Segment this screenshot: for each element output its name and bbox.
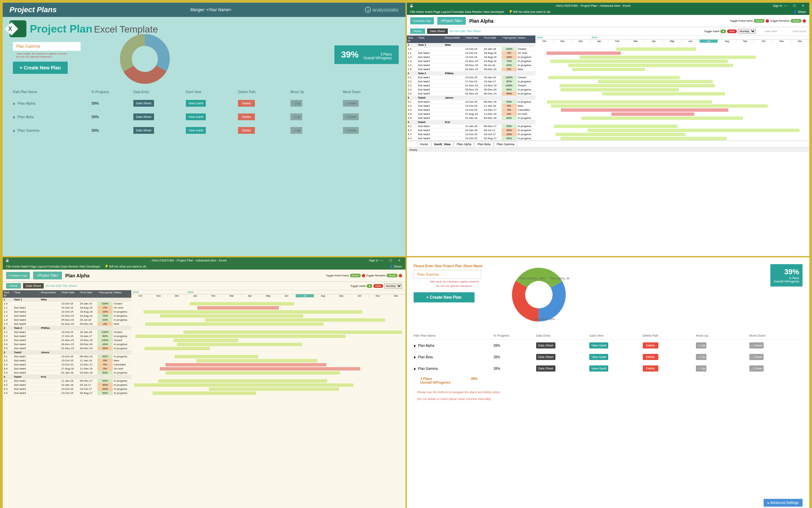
task-row[interactable]: 1 Task 1 Mike (3, 298, 131, 302)
task-row[interactable]: 4.1 Sub task1 11-Jan-16 06-Dec-17 50% In… (3, 379, 131, 383)
datasheet-button[interactable]: Data Sheet (133, 100, 154, 107)
move-up-button[interactable]: ↑ | Up (696, 342, 706, 348)
move-up-button[interactable]: ↑ | Up (290, 113, 302, 120)
save-icon[interactable]: 💾 (410, 4, 413, 7)
task-row[interactable]: 4.1 Sub task1 11-Jan-16 06-Dec-17 50% In… (407, 124, 535, 128)
delete-button[interactable]: Delete (643, 354, 658, 360)
tell-me[interactable]: 💡 Tell me what you want to do (508, 10, 550, 14)
ribbon-tab-review[interactable]: Review (68, 265, 78, 268)
task-row[interactable]: 2.1 Sub task1 13-Oct-15 16-Jan-16 100% C… (3, 330, 131, 334)
view-gantt-button[interactable]: View Gantt (186, 100, 206, 107)
show-remarks-button[interactable]: Show (387, 274, 397, 277)
task-row[interactable]: 4.2 Sub task2 22-Jan-16 04-Jul-17 30% In… (407, 128, 535, 132)
task-row[interactable]: 2.2 Sub task2 17-Oct-15 19-Jan-17 90% In… (407, 80, 535, 84)
show-remarks-button[interactable]: Show (791, 19, 802, 23)
task-row[interactable]: 3.4 Sub task4 27-Aug-16 11-Dec-16 0% On … (3, 367, 131, 371)
hide-button[interactable]: Hide (727, 29, 737, 33)
task-row[interactable]: 1.3 Sub task3 21-Nov-15 24-Aug-16 70% In… (3, 314, 131, 318)
task-row[interactable]: 2.5 Sub task5 01-Dec-15 06-Dec-19 48% In… (3, 346, 131, 351)
task-row[interactable]: 4 Task4 Kris (3, 375, 131, 379)
task-row[interactable]: 4.2 Sub task2 22-Jan-16 04-Jul-17 30% In… (3, 383, 131, 387)
ribbon-tab-file[interactable]: File (6, 265, 11, 268)
task-row[interactable]: 2.3 Sub task3 21-Nov-15 15-Nov-19 100% C… (407, 84, 535, 88)
view-gantt-button[interactable]: View Gantt (186, 113, 206, 120)
move-up-button[interactable]: ↑ | Up (290, 127, 302, 134)
sheet-tab-home[interactable]: Home (417, 142, 431, 147)
task-row[interactable]: 1.5 Sub task5 01-Dec-15 09-Dec-16 0% New (3, 322, 131, 326)
ribbon-tab-formulas[interactable]: Formulas (451, 10, 464, 14)
ribbon-tab-developer[interactable]: Developer (490, 10, 504, 14)
delete-button[interactable]: Delete (238, 113, 255, 120)
ribbon-tab-review[interactable]: Review (472, 10, 482, 14)
task-row[interactable]: 4 Task4 Kris (407, 120, 535, 124)
task-row[interactable]: 2.2 Sub task2 17-Oct-15 19-Jan-17 90% In… (3, 334, 131, 338)
nav-datasheet-button[interactable]: Data Sheet (427, 28, 448, 34)
ribbon-tab-view[interactable]: View (483, 10, 489, 14)
hide-button[interactable]: Hide (373, 284, 383, 288)
sheet-tab-plan-gamma[interactable]: Plan Gamma (493, 142, 518, 147)
task-row[interactable]: 2.4 Sub task4 26-Nov-15 26-Dec-20 66% In… (3, 342, 131, 346)
task-row[interactable]: 2 Task 2 PNRao (407, 71, 535, 76)
task-row[interactable]: 3 Task3 James (3, 351, 131, 355)
share-button[interactable]: 👤 Share (793, 10, 806, 14)
gantt-toggle[interactable]: ● (367, 284, 372, 288)
tell-me[interactable]: 💡 Tell me what you want to do (104, 265, 146, 268)
project-title[interactable]: <Project Title> (437, 17, 466, 25)
task-row[interactable]: 1.1 Sub task1 14-Oct-14 16-Aug-16 2% On … (407, 51, 535, 55)
task-row[interactable]: 3.2 Sub task2 13-Oct-15 11-Jan-16 0% New (407, 104, 535, 108)
signin-link[interactable]: Sign in (773, 4, 782, 7)
task-row[interactable]: 2.1 Sub task1 13-Oct-15 16-Jan-16 100% C… (407, 76, 535, 80)
gantt-toggle[interactable]: ● (720, 29, 726, 33)
task-row[interactable]: 3 Task3 James (407, 96, 535, 100)
move-down-button[interactable]: ↓ | Down (343, 100, 359, 107)
ribbon-tab-view[interactable]: View (79, 265, 85, 268)
task-row[interactable]: 2.5 Sub task5 01-Dec-15 06-Dec-19 48% In… (407, 92, 535, 96)
ribbon-tab-insert[interactable]: Insert (425, 10, 433, 14)
minimize-button[interactable]: — (378, 259, 385, 262)
task-row[interactable]: 1.2 Sub task2 13-Oct-15 18-Aug-18 10% In… (3, 310, 131, 314)
move-down-button[interactable]: ↓ | Down (749, 354, 764, 360)
save-icon[interactable]: 💾 (5, 259, 9, 262)
create-plan-button[interactable]: + Create New Plan (414, 292, 475, 302)
sheet-tab-plan-alpha[interactable]: Plan Alpha (454, 142, 474, 147)
task-row[interactable]: 1.2 Sub task2 13-Oct-15 18-Aug-18 10% In… (407, 55, 535, 59)
task-row[interactable]: 4.3 Sub task3 13-Oct-15 10-Oct-17 20% In… (407, 132, 535, 136)
task-row[interactable]: 1.0 13-Oct-15 24-Jan-16 100% Closed (407, 47, 535, 51)
task-row[interactable]: 4.4 Sub task4 13-Oct-15 02-Aug-17 50% In… (407, 136, 535, 141)
task-row[interactable]: 3.4 Sub task4 27-Aug-16 11-Dec-16 0% On … (407, 112, 535, 116)
task-row[interactable]: 1.0 13-Oct-15 24-Jan-16 100% Closed (3, 302, 131, 306)
move-up-button[interactable]: ↑ | Up (290, 100, 302, 107)
ribbon-tab-home[interactable]: Home (12, 265, 20, 268)
task-row[interactable]: 1.4 Sub task4 25-Nov-15 26-Jul-16 63% In… (407, 63, 535, 67)
task-row[interactable]: 1.4 Sub task4 25-Nov-15 26-Jul-16 63% In… (3, 318, 131, 322)
delete-button[interactable]: Delete (238, 127, 255, 134)
period-select[interactable]: Monthly (384, 283, 402, 289)
task-row[interactable]: 2.4 Sub task4 26-Nov-15 26-Dec-20 66% In… (407, 88, 535, 92)
show-extra-button[interactable]: Show (350, 274, 361, 277)
view-gantt-button[interactable]: View Gantt (589, 365, 608, 372)
datasheet-button[interactable]: Data Sheet (536, 342, 555, 348)
ribbon-tab-insert[interactable]: Insert (21, 265, 29, 268)
move-down-button[interactable]: ↓ | Down (749, 342, 764, 348)
maximize-button[interactable]: ☐ (791, 4, 798, 7)
task-row[interactable]: 1.5 Sub task5 01-Dec-15 09-Dec-16 0% New (407, 67, 535, 71)
task-row[interactable]: 3.1 Sub task1 13-Oct-15 06-Dec-16 50% In… (407, 100, 535, 104)
move-down-button[interactable]: ↓ | Down (343, 127, 359, 134)
ribbon-tab-data[interactable]: Data (465, 10, 471, 14)
ribbon-tab-home[interactable]: Home (416, 10, 424, 14)
period-select[interactable]: Monthly (738, 29, 756, 34)
show-extra-button[interactable]: Show (754, 19, 765, 23)
minimize-button[interactable]: — (782, 4, 789, 7)
datasheet-button[interactable]: Data Sheet (133, 127, 154, 134)
close-button[interactable]: ✕ (800, 4, 807, 7)
task-row[interactable]: 2 Task 2 PNRao (3, 326, 131, 330)
task-row[interactable]: 2.3 Sub task3 21-Nov-15 15-Nov-19 100% C… (3, 338, 131, 342)
advanced-settings-button[interactable]: ▸ Advanced Settings (764, 499, 803, 507)
datasheet-button[interactable]: Data Sheet (133, 113, 154, 120)
task-row[interactable]: 1 Task 1 Mike (407, 43, 535, 47)
nav-home-button[interactable]: Home (6, 283, 21, 289)
delete-button[interactable]: Delete (643, 342, 658, 348)
nav-home-button[interactable]: Home (410, 28, 425, 34)
move-down-button[interactable]: ↓ | Down (749, 365, 764, 372)
share-button[interactable]: 👤 Share (389, 265, 402, 268)
